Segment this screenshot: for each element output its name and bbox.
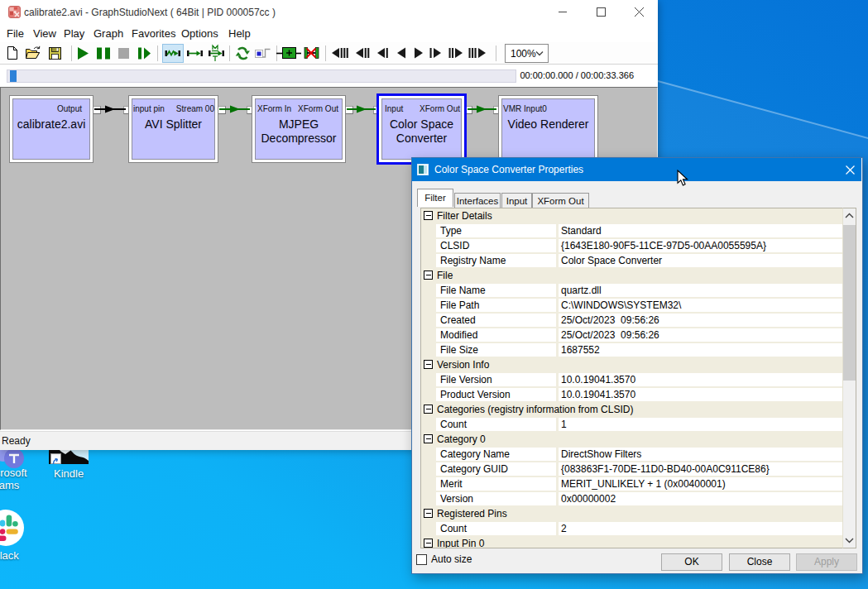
- svg-text:100%: 100%: [511, 48, 536, 60]
